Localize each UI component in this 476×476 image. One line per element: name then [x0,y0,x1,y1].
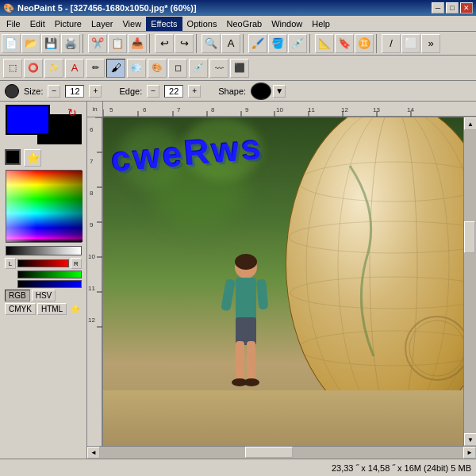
close-button[interactable]: ✕ [460,2,473,13]
tb-dropper[interactable]: 💉 [288,34,307,53]
hsv-tab[interactable]: HSV [32,290,56,301]
person-svg [218,248,274,406]
size-plus-btn[interactable]: + [89,85,102,98]
color-palette[interactable] [6,171,83,242]
tool-shape[interactable]: ⬛ [230,59,249,78]
g-bar[interactable] [17,271,82,278]
tb-redo[interactable]: ↪ [175,34,194,53]
tool-eraser[interactable]: ◻ [168,59,187,78]
svg-rect-49 [256,278,268,309]
vscroll-track[interactable] [464,130,476,433]
tb-crop[interactable]: 📐 [315,34,334,53]
tb-fill[interactable]: 🪣 [268,34,287,53]
tool-text[interactable]: A [65,59,84,78]
vscrollbar[interactable]: ▲ ▼ [463,117,476,446]
tb-clone[interactable]: ♊ [355,34,374,53]
vscroll-down-btn[interactable]: ▼ [464,433,476,446]
tb-cut[interactable]: ✂️ [88,34,107,53]
minimize-button[interactable]: ─ [432,2,444,13]
tool-pencil[interactable]: ✏ [86,59,105,78]
tb-brush[interactable]: 🖌️ [248,34,267,53]
menu-file[interactable]: File [2,17,25,31]
hscroll-track[interactable] [100,447,463,459]
toolbar2: ⬚ ⭕ ✨ A ✏ 🖌 💨 🎨 ◻ 💉 〰 ⬛ [0,56,476,81]
maximize-button[interactable]: □ [446,2,459,13]
swap-colors-btn[interactable]: ↻ [67,106,80,119]
vscroll-thumb[interactable] [464,221,475,253]
color-solid-btn[interactable] [5,149,21,165]
menu-view[interactable]: View [117,17,146,31]
rgb-tab[interactable]: RGB [5,290,30,301]
tb-line[interactable]: / [382,34,401,53]
menu-window[interactable]: Window [267,17,307,31]
r-bar[interactable] [17,259,69,267]
lr-right-btn[interactable]: R [71,258,82,269]
rgb-bar-row: L R [0,257,86,270]
edge-value[interactable]: 22 [164,85,183,98]
size-value[interactable]: 12 [65,85,84,98]
edge-minus-btn[interactable]: − [147,85,159,98]
tb-new[interactable]: 📄 [2,34,21,53]
tb-more[interactable]: » [421,34,440,53]
hscroll-right-btn[interactable]: ► [463,447,476,459]
tb-open[interactable]: 📂 [21,34,40,53]
svg-rect-51 [236,341,244,381]
shape-dropdown-btn[interactable]: ▼ [273,85,286,98]
svg-point-39 [298,162,476,202]
html-tab[interactable]: HTML [37,303,67,315]
tool-fill[interactable]: 🎨 [148,59,167,78]
h-ruler: 5 6 7 8 9 10 11 12 13 [103,102,476,117]
tb-paste[interactable]: 📥 [128,34,147,53]
ground-layer [103,390,476,446]
menu-neograb[interactable]: NeoGrab [222,17,267,31]
svg-point-44 [409,321,465,376]
svg-point-54 [244,378,259,386]
color-mode-row2: CMYK HTML ⭐ [0,302,86,316]
hscroll-thumb[interactable] [245,447,293,458]
statusbar: 23,33 ˝ x 14,58 ˝ x 16M (24bit) 5 MB [0,459,476,476]
tool-select-lasso[interactable]: ⭕ [24,59,43,78]
tool-brush[interactable]: 🖌 [106,59,125,78]
tb-undo[interactable]: ↩ [155,34,174,53]
edge-plus-btn[interactable]: + [188,85,201,98]
tool-eyedrop[interactable]: 💉 [189,59,208,78]
size-minus-btn[interactable]: − [48,85,60,98]
color-icons-row: ⭐ [0,148,86,168]
tb-shape[interactable]: ⬜ [401,34,420,53]
color-picker-btn[interactable]: ⭐ [70,304,81,314]
tb-print[interactable]: 🖨️ [61,34,80,53]
hscrollbar[interactable]: ◄ ► [87,446,476,459]
svg-text:8: 8 [211,106,215,113]
b-bar[interactable] [17,280,82,288]
vscroll-up-btn[interactable]: ▲ [464,117,476,130]
tb-stamp[interactable]: 🔖 [335,34,354,53]
tool-airbrush[interactable]: 💨 [127,59,146,78]
hscroll-left-btn[interactable]: ◄ [87,447,100,459]
cmyk-tab[interactable]: CMYK [5,303,36,315]
globe [286,117,476,427]
menu-effects[interactable]: Effects [146,17,182,31]
color-boxes: ↻ [6,105,82,144]
lr-left-btn[interactable]: L [5,258,16,269]
menu-layer[interactable]: Layer [86,17,118,31]
tb-zoom[interactable]: 🔍 [202,34,221,53]
menu-picture[interactable]: Picture [50,17,86,31]
color-preview-area: ↻ [0,102,86,148]
color-palette-container[interactable] [6,170,82,243]
color-gradient-btn[interactable]: ⭐ [24,149,41,167]
tool-magic-wand[interactable]: ✨ [44,59,63,78]
tool-smear[interactable]: 〰 [209,59,228,78]
fg-color-box[interactable] [6,105,50,135]
greyscale-bar[interactable] [6,246,82,255]
tool-select-rect[interactable]: ⬚ [3,59,22,78]
canvas-scroll[interactable]: cweRws ▲ ▼ [103,117,476,446]
tb-save[interactable]: 💾 [41,34,60,53]
menu-help[interactable]: Help [307,17,335,31]
menu-options[interactable]: Options [182,17,222,31]
menubar: File Edit Picture Layer View Effects Opt… [0,16,476,32]
tb-copy[interactable]: 📋 [108,34,127,53]
edge-label: Edge: [119,86,142,96]
svg-text:9: 9 [90,221,94,228]
tb-text-tool[interactable]: A [221,34,240,53]
menu-edit[interactable]: Edit [25,17,50,31]
